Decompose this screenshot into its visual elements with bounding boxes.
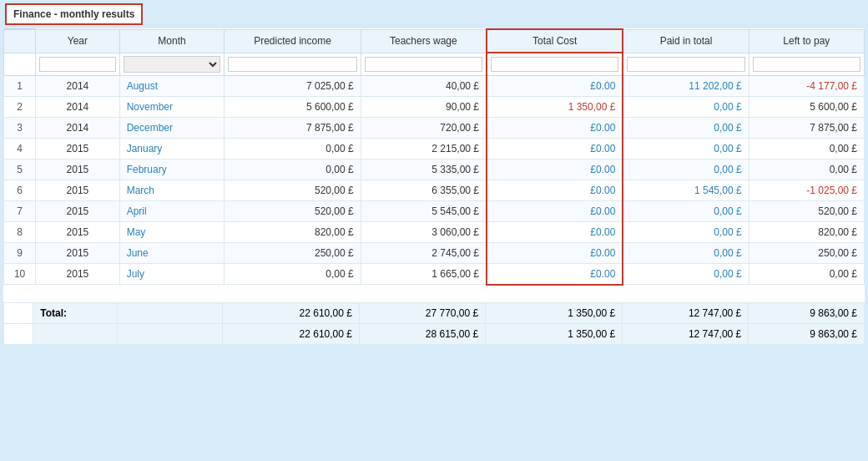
col-header-predicted: Predicted income [225, 29, 361, 53]
table-row-total: £0.00 [487, 117, 623, 138]
table-row-month[interactable]: July [119, 263, 225, 285]
total-total: 1 350,00 £ [486, 302, 623, 323]
table-row-left: 250,00 £ [749, 242, 864, 263]
table-row-num: 5 [4, 159, 36, 180]
table-row-paid: 0,00 £ [623, 159, 749, 180]
title-bar: Finance - monthly results [5, 3, 143, 25]
col-header-year: Year [36, 29, 120, 53]
teachers-filter-input[interactable] [365, 57, 482, 72]
table-row-left: 520,00 £ [749, 200, 864, 221]
total-teachers: 28 615,00 £ [359, 323, 485, 344]
table-row-predicted: 250,00 £ [225, 242, 361, 263]
col-header-teachers: Teachers wage [361, 29, 487, 53]
table-row-left: -4 177,00 £ [749, 75, 864, 96]
table-row-teachers: 2 215,00 £ [361, 138, 487, 159]
table-row-year: 2014 [36, 117, 120, 138]
table-row-paid: 0,00 £ [623, 96, 749, 117]
table-row-left: 5 600,00 £ [749, 96, 864, 117]
table-row-left: 0,00 £ [749, 138, 864, 159]
table-row-teachers: 3 060,00 £ [361, 221, 487, 242]
table-row-predicted: 5 600,00 £ [225, 96, 361, 117]
table-row-teachers: 720,00 £ [361, 117, 487, 138]
table-row-num: 7 [4, 200, 36, 221]
table-row-paid: 0,00 £ [623, 117, 749, 138]
filter-total[interactable] [487, 53, 623, 75]
total-filter-input[interactable] [491, 57, 618, 72]
table-row-num: 10 [4, 263, 36, 285]
table-row-month[interactable]: August [119, 75, 225, 96]
table-row-left: 820,00 £ [749, 221, 864, 242]
filter-predicted[interactable] [225, 53, 361, 75]
total-left: 9 863,00 £ [749, 323, 865, 344]
paid-filter-input[interactable] [627, 57, 744, 72]
table-row-year: 2015 [36, 200, 120, 221]
table-row-left: 0,00 £ [749, 159, 864, 180]
filter-rownum [4, 53, 36, 75]
table-row-predicted: 520,00 £ [225, 200, 361, 221]
table-row-predicted: 820,00 £ [225, 221, 361, 242]
total-total: 1 350,00 £ [486, 323, 623, 344]
filter-teachers[interactable] [361, 53, 487, 75]
month-filter-select[interactable] [124, 56, 221, 73]
table-row-teachers: 90,00 £ [361, 96, 487, 117]
filter-left[interactable] [749, 53, 864, 75]
table-row-month[interactable]: January [119, 138, 225, 159]
table-row-num: 9 [4, 242, 36, 263]
table-row-teachers: 5 545,00 £ [361, 200, 487, 221]
table-row-year: 2015 [36, 263, 120, 285]
table-row-teachers: 2 745,00 £ [361, 242, 487, 263]
year-filter-input[interactable] [39, 57, 116, 72]
table-row-paid: 0,00 £ [623, 263, 749, 285]
table-row-paid: 0,00 £ [623, 242, 749, 263]
filter-month[interactable] [119, 53, 225, 75]
table-row-month[interactable]: May [119, 221, 225, 242]
total-paid: 12 747,00 £ [623, 302, 749, 323]
table-row-year: 2015 [36, 138, 120, 159]
table-row-total: £0.00 [487, 242, 623, 263]
col-header-rownum [4, 29, 36, 53]
table-row-teachers: 40,00 £ [361, 75, 487, 96]
filter-year[interactable] [36, 53, 120, 75]
table-row-year: 2015 [36, 221, 120, 242]
table-row-paid: 0,00 £ [623, 221, 749, 242]
table-row-year: 2014 [36, 75, 120, 96]
col-header-paid: Paid in total [623, 29, 749, 53]
table-row-month[interactable]: December [119, 117, 225, 138]
table-row-teachers: 5 335,00 £ [361, 159, 487, 180]
table-row-month[interactable]: February [119, 159, 225, 180]
total-label: Total: [33, 302, 118, 323]
predicted-filter-input[interactable] [228, 57, 356, 72]
col-header-month: Month [119, 29, 225, 53]
table-row-total: £0.00 [487, 180, 623, 200]
table-row-total: £0.00 [487, 200, 623, 221]
table-row-predicted: 7 875,00 £ [225, 117, 361, 138]
table-row-num: 6 [4, 180, 36, 200]
table-row-num: 1 [4, 75, 36, 96]
table-row-predicted: 0,00 £ [225, 263, 361, 285]
table-row-num: 8 [4, 221, 36, 242]
left-filter-input[interactable] [753, 57, 860, 72]
table-row-month[interactable]: April [119, 200, 225, 221]
table-row-total: £0.00 [487, 263, 623, 285]
table-row-left: 0,00 £ [749, 263, 864, 285]
total-predicted: 22 610,00 £ [223, 323, 360, 344]
table-row-teachers: 1 665,00 £ [361, 263, 487, 285]
table-row-month[interactable]: March [119, 180, 225, 200]
table-row-total: £0.00 [487, 75, 623, 96]
table-row-num: 2 [4, 96, 36, 117]
table-row-total: £0.00 [487, 159, 623, 180]
total-paid: 12 747,00 £ [623, 323, 749, 344]
table-row-month[interactable]: November [119, 96, 225, 117]
table-row-total: 1 350,00 £ [487, 96, 623, 117]
table-row-predicted: 520,00 £ [225, 180, 361, 200]
table-row-predicted: 0,00 £ [225, 138, 361, 159]
col-header-total: Total Cost [487, 29, 623, 53]
table-row-paid: 1 545,00 £ [623, 180, 749, 200]
filter-paid[interactable] [623, 53, 749, 75]
total-teachers: 27 770,00 £ [359, 302, 485, 323]
table-row-teachers: 6 355,00 £ [361, 180, 487, 200]
table-row-predicted: 7 025,00 £ [225, 75, 361, 96]
col-header-left: Left to pay [749, 29, 864, 53]
table-row-year: 2014 [36, 96, 120, 117]
table-row-month[interactable]: June [119, 242, 225, 263]
